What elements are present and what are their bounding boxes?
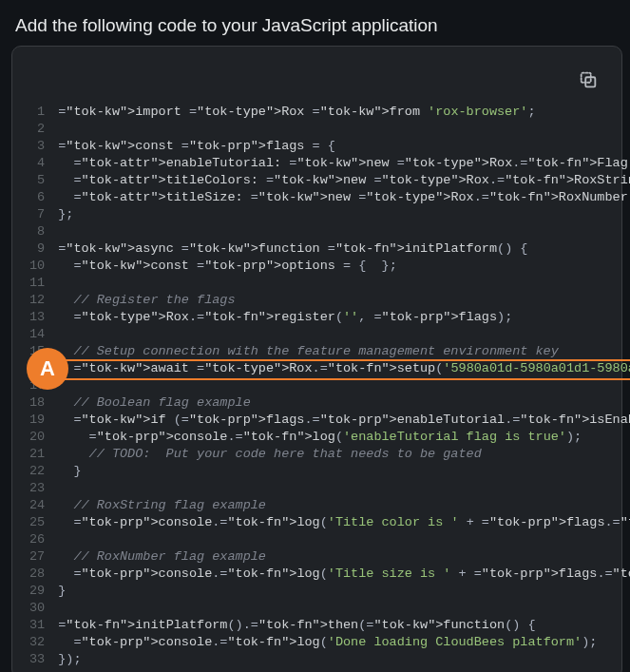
line-number: 27: [29, 548, 45, 566]
line-number: 22: [29, 463, 45, 480]
code-line: [58, 531, 630, 548]
line-number: 9: [29, 240, 45, 258]
callout-badge-a: A: [27, 348, 68, 390]
code-line: ="tok-prp">console.="tok-fn">log('enable…: [58, 429, 630, 446]
line-number: 29: [29, 583, 45, 600]
line-number: 31: [29, 617, 45, 634]
code-line: ="tok-prp">console.="tok-fn">log('Done l…: [58, 634, 630, 651]
line-number: 10: [29, 258, 45, 275]
code-line: [58, 121, 630, 138]
line-number: 14: [29, 326, 45, 343]
code-line: ="tok-attr">titleSize: ="tok-kw">new ="t…: [58, 189, 630, 206]
line-number: 18: [29, 394, 45, 412]
line-number: 11: [29, 275, 45, 292]
line-number: 8: [29, 223, 45, 240]
line-number: 23: [29, 480, 45, 497]
code-line: [58, 275, 630, 292]
line-number: 6: [29, 189, 45, 206]
code-line: ="tok-kw">const ="tok-prp">flags = {: [58, 138, 630, 155]
line-number: 20: [29, 429, 45, 446]
section-heading: Add the following code to your JavaScrip…: [0, 0, 630, 46]
code-line: ="tok-attr">enableTutorial: ="tok-kw">ne…: [58, 155, 630, 172]
copy-icon[interactable]: [578, 69, 599, 90]
code-line: ="tok-prp">console.="tok-fn">log('Title …: [58, 566, 630, 583]
code-line: ="tok-kw">import ="tok-type">Rox ="tok-k…: [58, 104, 630, 121]
code-line: });: [58, 651, 630, 668]
line-number: 24: [29, 497, 45, 514]
line-number: 4: [29, 155, 45, 172]
line-number: 32: [29, 634, 45, 651]
code-line: // Setup connection with the feature man…: [58, 343, 630, 360]
code-line: // RoxNumber flag example: [58, 548, 630, 566]
code-line: };: [58, 206, 630, 223]
line-number: 5: [29, 172, 45, 189]
code-line: // TODO: Put your code here that needs t…: [58, 446, 630, 463]
line-number: 3: [29, 138, 45, 155]
code-line: }: [58, 463, 630, 480]
code-lines: ="tok-kw">import ="tok-type">Rox ="tok-k…: [58, 104, 630, 672]
code-line: [58, 480, 630, 497]
code-line: ="tok-kw">await ="tok-type">Rox.="tok-fn…: [58, 360, 630, 377]
line-number: 33: [29, 651, 45, 668]
code-line: // RoxString flag example: [58, 497, 630, 514]
line-number: 30: [29, 600, 45, 617]
code-line: ="tok-attr">titleColors: ="tok-kw">new =…: [58, 172, 630, 189]
code-line: [58, 223, 630, 240]
line-number: 7: [29, 206, 45, 223]
code-line: [58, 600, 630, 617]
line-number: 19: [29, 412, 45, 429]
code-line: ="tok-kw">async ="tok-kw">function ="tok…: [58, 240, 630, 258]
line-number: 26: [29, 531, 45, 548]
line-number: 13: [29, 309, 45, 326]
code-line: ="tok-prp">console.="tok-fn">log('Title …: [58, 514, 630, 531]
code-block: 1234567891011121314151617181920212223242…: [12, 47, 621, 672]
code-line: ="tok-fn">initPlatform().="tok-fn">then(…: [58, 617, 630, 634]
code-line: [58, 326, 630, 343]
line-number: 12: [29, 292, 45, 309]
line-number: 21: [29, 446, 45, 463]
code-line: // Register the flags: [58, 292, 630, 309]
line-number: 2: [29, 121, 45, 138]
code-line: [58, 377, 630, 394]
line-number: 1: [29, 104, 45, 121]
code-line: // Boolean flag example: [58, 394, 630, 412]
code-line: }: [58, 583, 630, 600]
code-line: ="tok-kw">const ="tok-prp">options = { }…: [58, 258, 630, 275]
code-panel: 1234567891011121314151617181920212223242…: [11, 46, 622, 672]
line-number: 25: [29, 514, 45, 531]
code-line: ="tok-kw">if (="tok-prp">flags.="tok-prp…: [58, 412, 630, 429]
code-line: ="tok-type">Rox.="tok-fn">register('', =…: [58, 309, 630, 326]
line-number: 28: [29, 566, 45, 583]
